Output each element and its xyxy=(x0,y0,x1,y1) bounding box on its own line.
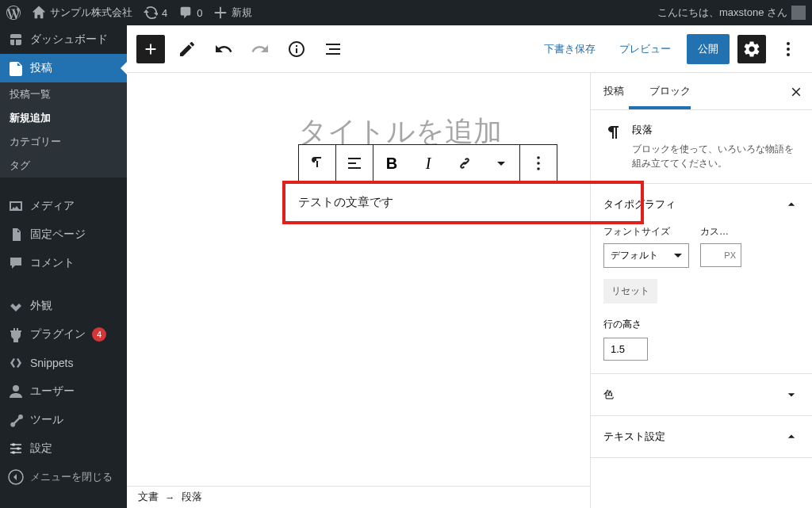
menu-dashboard[interactable]: ダッシュボード xyxy=(0,25,127,54)
inspector-panel: 投稿 ブロック 段落 ブロックを使って、いろいろな物語を組み立ててください。 xyxy=(590,73,812,508)
wp-logo[interactable] xyxy=(6,6,21,20)
preview-button[interactable]: プレビュー xyxy=(611,36,679,63)
font-size-select[interactable]: デフォルト xyxy=(603,243,689,268)
block-toolbar: B I xyxy=(298,144,557,182)
block-card-section: 段落 ブロックを使って、いろいろな物語を組み立ててください。 xyxy=(591,110,812,184)
info-button[interactable] xyxy=(282,35,311,63)
chevron-down-icon xyxy=(783,387,799,403)
link-button[interactable] xyxy=(446,145,483,181)
svg-point-11 xyxy=(537,156,540,159)
block-more-button[interactable] xyxy=(520,145,557,181)
inspector-tabs: 投稿 ブロック xyxy=(591,73,812,110)
menu-appearance[interactable]: 外観 xyxy=(0,292,127,320)
site-name: サンプル株式会社 xyxy=(50,6,132,20)
user-greeting[interactable]: こんにちは、maxstone さん xyxy=(657,6,806,20)
submenu-categories[interactable]: カテゴリー xyxy=(0,130,127,154)
tab-block[interactable]: ブロック xyxy=(637,73,703,109)
edit-mode-button[interactable] xyxy=(173,35,201,63)
updates-link[interactable]: 4 xyxy=(144,6,167,20)
undo-button[interactable] xyxy=(209,35,238,63)
svg-point-5 xyxy=(17,447,20,450)
settings-toggle-button[interactable] xyxy=(737,35,766,63)
admin-bar: サンプル株式会社 4 0 新規 こんにちは、maxstone さん xyxy=(0,0,812,25)
menu-users[interactable]: ユーザー xyxy=(0,377,127,406)
block-breadcrumb: 文書 → 段落 xyxy=(127,486,590,508)
redo-button[interactable] xyxy=(246,35,274,63)
svg-point-9 xyxy=(787,48,790,51)
text-settings-header[interactable]: テキスト設定 xyxy=(603,429,799,445)
svg-point-4 xyxy=(12,443,15,446)
chevron-up-icon xyxy=(783,429,799,445)
bold-button[interactable]: B xyxy=(373,145,410,181)
svg-point-10 xyxy=(787,53,790,56)
color-panel: 色 xyxy=(591,374,812,416)
comment-count: 0 xyxy=(197,7,202,19)
italic-button[interactable]: I xyxy=(410,145,446,181)
line-height-label: 行の高さ xyxy=(603,318,799,331)
svg-point-12 xyxy=(537,162,540,165)
more-options-button[interactable] xyxy=(774,35,802,63)
posts-submenu: 投稿一覧 新規追加 カテゴリー タグ xyxy=(0,82,127,178)
text-settings-panel: テキスト設定 xyxy=(591,416,812,458)
menu-pages[interactable]: 固定ページ xyxy=(0,220,127,249)
submenu-posts-all[interactable]: 投稿一覧 xyxy=(0,82,127,106)
menu-tools[interactable]: ツール xyxy=(0,406,127,434)
new-label: 新規 xyxy=(232,6,252,20)
editor-header: 下書き保存 プレビュー 公開 xyxy=(127,25,812,73)
save-draft-button[interactable]: 下書き保存 xyxy=(536,36,603,63)
paragraph-block[interactable]: テストの文章です xyxy=(282,181,644,224)
close-panel-button[interactable] xyxy=(787,82,806,101)
editor-content: 下書き保存 プレビュー 公開 タイトルを追加 B xyxy=(127,25,812,508)
paragraph-icon xyxy=(603,123,622,142)
chevron-up-icon xyxy=(783,197,799,212)
menu-settings[interactable]: 設定 xyxy=(0,434,127,463)
admin-sidebar: ダッシュボード 投稿 投稿一覧 新規追加 カテゴリー タグ メディア 固定ページ… xyxy=(0,25,127,508)
line-height-input[interactable] xyxy=(603,338,648,361)
block-card-title: 段落 xyxy=(632,123,799,137)
more-format-button[interactable] xyxy=(483,145,519,181)
submenu-posts-new[interactable]: 新規追加 xyxy=(0,106,127,130)
publish-button[interactable]: 公開 xyxy=(687,34,730,64)
avatar xyxy=(791,6,806,20)
plugin-update-badge: 4 xyxy=(92,327,106,342)
svg-point-0 xyxy=(13,385,19,392)
block-type-button[interactable] xyxy=(299,145,335,181)
custom-size-label: カス… xyxy=(700,225,741,239)
breadcrumb-document[interactable]: 文書 xyxy=(138,491,159,504)
font-size-label: フォントサイズ xyxy=(603,225,689,239)
tab-post[interactable]: 投稿 xyxy=(591,73,637,109)
update-count: 4 xyxy=(162,7,167,19)
svg-point-8 xyxy=(787,42,790,45)
breadcrumb-block[interactable]: 段落 xyxy=(182,491,202,504)
svg-point-13 xyxy=(537,167,540,170)
menu-comments[interactable]: コメント xyxy=(0,249,127,277)
menu-media[interactable]: メディア xyxy=(0,192,127,220)
site-home-link[interactable]: サンプル株式会社 xyxy=(32,6,132,20)
color-header[interactable]: 色 xyxy=(603,387,799,403)
new-content-link[interactable]: 新規 xyxy=(213,6,252,20)
collapse-menu[interactable]: メニューを閉じる xyxy=(0,463,127,491)
comments-link[interactable]: 0 xyxy=(178,6,202,20)
submenu-tags[interactable]: タグ xyxy=(0,154,127,178)
align-button[interactable] xyxy=(336,145,373,181)
menu-plugins[interactable]: プラグイン4 xyxy=(0,320,127,349)
editor-canvas[interactable]: タイトルを追加 B I xyxy=(127,73,590,508)
outline-button[interactable] xyxy=(319,35,347,63)
custom-size-input[interactable]: PX xyxy=(700,243,741,267)
menu-snippets[interactable]: Snippets xyxy=(0,349,127,377)
block-card-desc: ブロックを使って、いろいろな物語を組み立ててください。 xyxy=(632,142,799,170)
add-block-button[interactable] xyxy=(136,35,165,63)
menu-posts[interactable]: 投稿 xyxy=(0,54,127,82)
reset-button[interactable]: リセット xyxy=(603,279,657,304)
svg-point-6 xyxy=(12,451,15,454)
